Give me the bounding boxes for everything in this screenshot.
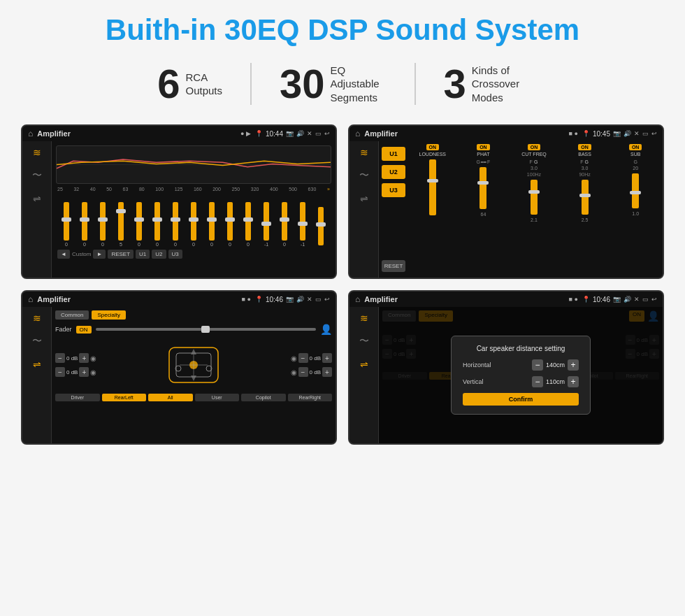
eq-u2-button[interactable]: U2 <box>152 250 166 259</box>
eq-label-80: 80 <box>139 187 145 192</box>
copilot-button[interactable]: Copilot <box>241 394 286 401</box>
crossover-time: 10:46 <box>266 296 283 303</box>
eq-slider-11[interactable]: 0 <box>245 202 251 247</box>
eq-slider-2[interactable]: 0 <box>82 202 87 247</box>
eq-slider-1[interactable]: 0 <box>64 202 69 247</box>
amp-wave-icon[interactable]: 〜 <box>359 169 369 182</box>
eq-slider-14[interactable]: -1 <box>300 202 305 247</box>
close-icon[interactable]: ✕ <box>307 130 312 137</box>
screens-grid: ⌂ Amplifier ● ▶ 📍 10:44 📷 🔊 ✕ ▭ ↩ ≋ 〜 ⇌ <box>21 124 664 445</box>
amp-close-icon[interactable]: ✕ <box>634 130 640 137</box>
rearleft-button[interactable]: RearLeft <box>102 394 147 401</box>
distance-wave-icon[interactable]: 〜 <box>359 335 369 348</box>
eq-slider-15[interactable] <box>318 207 324 247</box>
eq-u1-button[interactable]: U1 <box>136 250 150 259</box>
distance-balance-icon[interactable]: ⇌ <box>360 359 368 370</box>
amp-minimize-icon[interactable]: ▭ <box>642 130 649 137</box>
distance-app-title: Amplifier <box>364 295 564 303</box>
fl-plus-btn[interactable]: + <box>79 353 89 363</box>
specialty-tab[interactable]: Specialty <box>92 310 125 320</box>
eq-slider-8[interactable]: 0 <box>191 202 196 247</box>
person-icon: 👤 <box>320 324 332 335</box>
eq-slider-10[interactable]: 0 <box>227 202 233 247</box>
amp-back-icon[interactable]: ↩ <box>651 130 657 137</box>
fader-on-button[interactable]: ON <box>76 326 92 334</box>
loudness-label: LOUDNESS <box>419 152 447 157</box>
amp-u1-button[interactable]: U1 <box>382 147 405 161</box>
amp-home-icon[interactable]: ⌂ <box>355 129 360 138</box>
distance-main-panel: Common Specialty ON 👤 − 0 dB + <box>379 307 663 443</box>
distance-home-icon[interactable]: ⌂ <box>355 294 360 304</box>
rr-plus-btn[interactable]: + <box>322 367 332 377</box>
user-button[interactable]: User <box>195 394 240 401</box>
cutfreq-on-badge[interactable]: ON <box>528 144 541 150</box>
rl-plus-btn[interactable]: + <box>79 367 89 377</box>
phat-on-badge[interactable]: ON <box>477 144 490 150</box>
eq-slider-4[interactable]: 5 <box>118 202 124 247</box>
crossover-minimize-icon[interactable]: ▭ <box>315 296 322 303</box>
eq-slider-3[interactable]: 0 <box>100 202 106 247</box>
eq-slider-12[interactable]: -1 <box>264 202 269 247</box>
minimize-icon[interactable]: ▭ <box>315 130 322 137</box>
vertical-minus-button[interactable]: − <box>532 376 543 387</box>
confirm-button[interactable]: Confirm <box>463 393 579 406</box>
crossover-close-icon[interactable]: ✕ <box>307 296 312 303</box>
car-diagram <box>166 341 222 389</box>
eq-slider-6[interactable]: 0 <box>154 202 160 247</box>
eq-slider-7[interactable]: 0 <box>173 202 178 247</box>
eq-bottom-bar: ◄ Custom ► RESET U1 U2 U3 <box>56 247 331 260</box>
svg-marker-9 <box>191 375 196 381</box>
crossover-wave-icon[interactable]: 〜 <box>32 335 42 348</box>
crossover-filter-icon[interactable]: ≋ <box>33 313 41 324</box>
speaker-rr-icon: ◉ <box>291 368 297 376</box>
amp-u2-button[interactable]: U2 <box>382 165 405 179</box>
eq-wave-icon[interactable]: 〜 <box>32 169 42 182</box>
fr-plus-btn[interactable]: + <box>322 353 332 363</box>
eq-reset-button[interactable]: RESET <box>108 250 134 259</box>
distance-minimize-icon[interactable]: ▭ <box>642 296 649 303</box>
sub-on-badge[interactable]: ON <box>629 144 642 150</box>
vertical-value: 110cm <box>546 378 565 385</box>
eq-label-160: 160 <box>194 187 202 192</box>
all-button[interactable]: All <box>148 394 193 401</box>
amp-u3-button[interactable]: U3 <box>382 183 405 197</box>
eq-slider-9[interactable]: 0 <box>209 202 215 247</box>
stat-rca-text: RCAOutputs <box>185 71 222 98</box>
fr-minus-btn[interactable]: − <box>298 353 308 363</box>
amp-loudness-channel: ON LOUDNESS <box>408 144 457 222</box>
horizontal-minus-button[interactable]: − <box>532 359 543 371</box>
eq-label-400: 400 <box>270 187 278 192</box>
bass-on-badge[interactable]: ON <box>578 144 591 150</box>
amp-balance-icon[interactable]: ⇌ <box>360 193 368 204</box>
eq-filter-icon[interactable]: ≋ <box>33 147 41 158</box>
eq-prev-button[interactable]: ◄ <box>57 250 70 259</box>
fl-minus-btn[interactable]: − <box>55 353 65 363</box>
horizontal-plus-button[interactable]: + <box>568 359 579 371</box>
distance-back-icon[interactable]: ↩ <box>651 296 657 303</box>
eq-balance-icon[interactable]: ⇌ <box>33 193 41 204</box>
back-icon[interactable]: ↩ <box>324 130 330 137</box>
crossover-home-icon[interactable]: ⌂ <box>28 294 33 304</box>
distance-filter-icon[interactable]: ≋ <box>360 313 368 324</box>
crossover-balance-icon[interactable]: ⇌ <box>33 359 41 370</box>
amp-filter-icon[interactable]: ≋ <box>360 147 368 158</box>
eq-slider-5[interactable]: 0 <box>136 202 142 247</box>
svg-marker-8 <box>191 349 196 354</box>
rl-minus-btn[interactable]: − <box>55 367 65 377</box>
eq-slider-13[interactable]: 0 <box>282 202 287 247</box>
driver-button[interactable]: Driver <box>55 394 100 401</box>
crossover-back-icon[interactable]: ↩ <box>324 296 330 303</box>
amp-reset-button[interactable]: RESET <box>382 260 405 272</box>
rearright-button[interactable]: RearRight <box>288 394 333 401</box>
amp-camera-icon: 📷 <box>613 130 621 137</box>
stat-eq-text: EQ AdjustableSegments <box>331 64 387 105</box>
vertical-plus-button[interactable]: + <box>568 376 579 387</box>
common-tab[interactable]: Common <box>55 310 89 320</box>
eq-u3-button[interactable]: U3 <box>168 250 182 259</box>
distance-close-icon[interactable]: ✕ <box>634 296 640 303</box>
rr-minus-btn[interactable]: − <box>298 367 308 377</box>
loudness-on-badge[interactable]: ON <box>426 144 440 150</box>
amp-sub-channel: ON SUB G 20 1.0 <box>611 144 660 222</box>
eq-next-button[interactable]: ► <box>93 250 106 259</box>
home-icon[interactable]: ⌂ <box>28 129 33 138</box>
